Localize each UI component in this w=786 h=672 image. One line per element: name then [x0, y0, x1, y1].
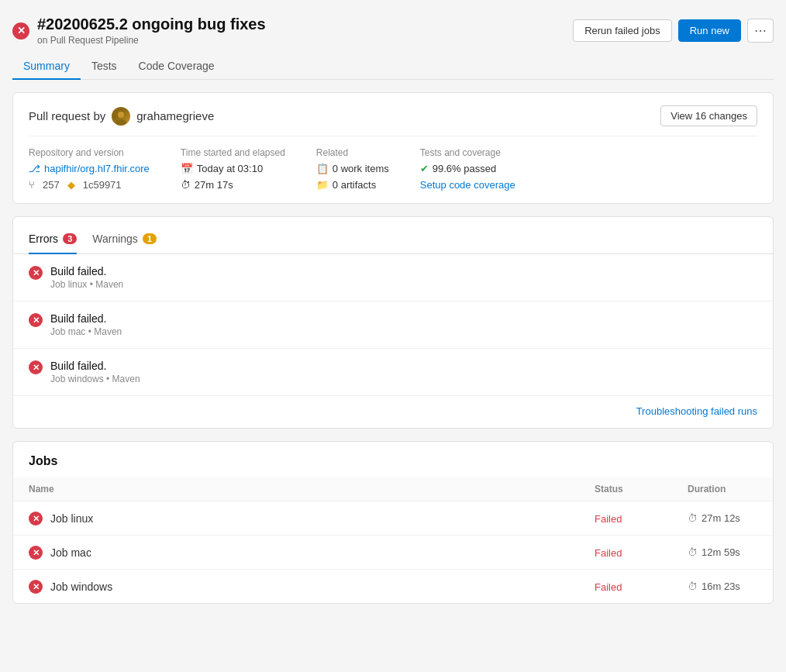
artifacts: 📁 0 artifacts	[316, 179, 389, 191]
jobs-card: Jobs Name Status Duration ✕ Job linux	[12, 441, 774, 604]
error-text-2: Build failed. Job windows • Maven	[50, 360, 140, 384]
error-text-0: Build failed. Job linux • Maven	[50, 265, 123, 290]
meta-related: Related 📋 0 work items 📁 0 artifacts	[316, 147, 389, 191]
avatar	[112, 107, 130, 126]
page-title: #20200625.2 ongoing bug fixes	[37, 16, 266, 33]
jobs-table: Name Status Duration ✕ Job linux Failed	[13, 477, 773, 603]
jobs-table-header: Name Status Duration	[13, 477, 773, 501]
time-elapsed: ⏱ 27m 17s	[181, 179, 285, 191]
clock-icon-0: ⏱	[688, 512, 698, 524]
tests-label: Tests and coverage	[420, 147, 515, 158]
error-text-1: Build failed. Job mac • Maven	[50, 312, 122, 337]
errors-tab-label: Errors	[29, 233, 58, 245]
error-title-1: Build failed.	[50, 312, 122, 325]
job-status-cell-2: Failed	[579, 570, 672, 604]
col-duration-header: Duration	[672, 477, 773, 501]
job-duration-cell-1: ⏱ 12m 59s	[672, 536, 773, 570]
job-name-cell-1: ✕ Job mac	[13, 536, 579, 570]
clock-icon-1: ⏱	[688, 546, 698, 558]
job-duration-cell-0: ⏱ 27m 12s	[672, 501, 773, 536]
commit-hash: 1c59971	[83, 179, 122, 191]
job-status-icon-1: ✕	[29, 546, 43, 560]
table-row: ✕ Job windows Failed ⏱ 16m 23s	[13, 570, 773, 604]
header-actions: Rerun failed jobs Run new ⋯	[573, 19, 774, 43]
job-name-2[interactable]: Job windows	[50, 581, 112, 593]
error-sub-0: Job linux • Maven	[50, 279, 123, 290]
table-row: ✕ Job mac Failed ⏱ 12m 59s	[13, 536, 773, 570]
artifact-icon: 📁	[316, 179, 329, 191]
meta-time: Time started and elapsed 📅 Today at 03:1…	[181, 147, 285, 191]
error-icon-1: ✕	[29, 313, 43, 327]
job-name-cell-0: ✕ Job linux	[13, 501, 579, 536]
errors-card: Errors 3 Warnings 1 ✕ Build failed. Job …	[12, 216, 774, 429]
commit-count-icon: ⑂	[29, 179, 35, 191]
workitem-icon: 📋	[316, 163, 329, 174]
repo-label: Repository and version	[29, 147, 150, 158]
error-sub-2: Job windows • Maven	[50, 374, 140, 384]
calendar-icon: 📅	[181, 163, 193, 174]
pr-title-prefix: Pull request by	[29, 109, 105, 122]
tab-code-coverage[interactable]: Code Coverage	[128, 53, 226, 80]
error-title-0: Build failed.	[50, 265, 123, 277]
clock-icon-2: ⏱	[688, 581, 698, 592]
job-status-icon-0: ✕	[29, 512, 43, 526]
tabs-bar: Summary Tests Code Coverage	[12, 53, 774, 80]
job-duration-cell-2: ⏱ 16m 23s	[672, 570, 773, 604]
more-options-button[interactable]: ⋯	[747, 19, 774, 43]
table-row: ✕ Job linux Failed ⏱ 27m 12s	[13, 501, 773, 536]
page-title-block: #20200625.2 ongoing bug fixes on Pull Re…	[37, 16, 266, 46]
col-name-header: Name	[13, 477, 579, 501]
related-label: Related	[316, 147, 389, 158]
meta-repo: Repository and version ⎇ hapifhir/org.hl…	[29, 147, 150, 191]
job-status-cell-0: Failed	[579, 501, 672, 536]
page-header: ✕ #20200625.2 ongoing bug fixes on Pull …	[12, 9, 774, 53]
error-item-2: ✕ Build failed. Job windows • Maven	[13, 349, 773, 396]
warnings-count-badge: 1	[143, 233, 157, 244]
job-status-icon-2: ✕	[29, 580, 43, 594]
view-changes-button[interactable]: View 16 changes	[660, 105, 757, 126]
time-label: Time started and elapsed	[181, 147, 285, 158]
pr-title: Pull request by grahamegrieve	[29, 107, 214, 126]
tab-tests[interactable]: Tests	[81, 53, 128, 80]
troubleshoot-link-container: Troubleshooting failed runs	[13, 396, 773, 428]
err-card-tabs: Errors 3 Warnings 1	[13, 217, 773, 254]
jobs-table-body: ✕ Job linux Failed ⏱ 27m 12s	[13, 501, 773, 604]
work-items: 📋 0 work items	[316, 163, 389, 174]
jobs-title: Jobs	[13, 442, 773, 477]
run-new-button[interactable]: Run new	[678, 19, 741, 42]
error-item-1: ✕ Build failed. Job mac • Maven	[13, 302, 773, 349]
errors-tab[interactable]: Errors 3	[29, 228, 77, 254]
troubleshoot-link[interactable]: Troubleshooting failed runs	[636, 405, 757, 417]
github-icon: ⎇	[29, 163, 40, 174]
page-subtitle: on Pull Request Pipeline	[37, 35, 266, 46]
time-started: 📅 Today at 03:10	[181, 163, 285, 174]
pr-card: Pull request by grahamegrieve View 16 ch…	[12, 92, 774, 204]
pr-card-meta: Repository and version ⎇ hapifhir/org.hl…	[13, 136, 773, 203]
setup-coverage-link[interactable]: Setup code coverage	[420, 179, 515, 191]
error-sub-1: Job mac • Maven	[50, 326, 122, 337]
tests-passed: ✔ 99.6% passed	[420, 163, 515, 174]
job-name-1[interactable]: Job mac	[50, 546, 91, 559]
repo-meta-sub: ⑂ 257 ◆ 1c59971	[29, 179, 150, 191]
repo-name[interactable]: ⎇ hapifhir/org.hl7.fhir.core	[29, 163, 150, 174]
job-name-cell-2: ✕ Job windows	[13, 570, 579, 604]
warnings-tab[interactable]: Warnings 1	[92, 228, 157, 254]
rerun-failed-jobs-button[interactable]: Rerun failed jobs	[573, 19, 672, 42]
col-status-header: Status	[579, 477, 672, 501]
commit-count: 257	[43, 179, 60, 191]
errors-count-badge: 3	[63, 233, 77, 244]
svg-point-1	[115, 119, 126, 126]
error-item-0: ✕ Build failed. Job linux • Maven	[13, 254, 773, 302]
page-wrapper: ✕ #20200625.2 ongoing bug fixes on Pull …	[0, 0, 786, 672]
run-status-icon: ✕	[12, 22, 29, 40]
clock-icon: ⏱	[181, 179, 191, 191]
job-status-cell-1: Failed	[579, 536, 672, 570]
warnings-tab-label: Warnings	[92, 233, 138, 245]
error-icon-0: ✕	[29, 266, 43, 280]
checkmark-icon: ✔	[420, 163, 429, 174]
svg-point-0	[118, 112, 124, 118]
error-title-2: Build failed.	[50, 360, 140, 372]
commit-hash-icon: ◆	[67, 179, 75, 191]
tab-summary[interactable]: Summary	[12, 53, 81, 80]
job-name-0[interactable]: Job linux	[50, 512, 93, 525]
